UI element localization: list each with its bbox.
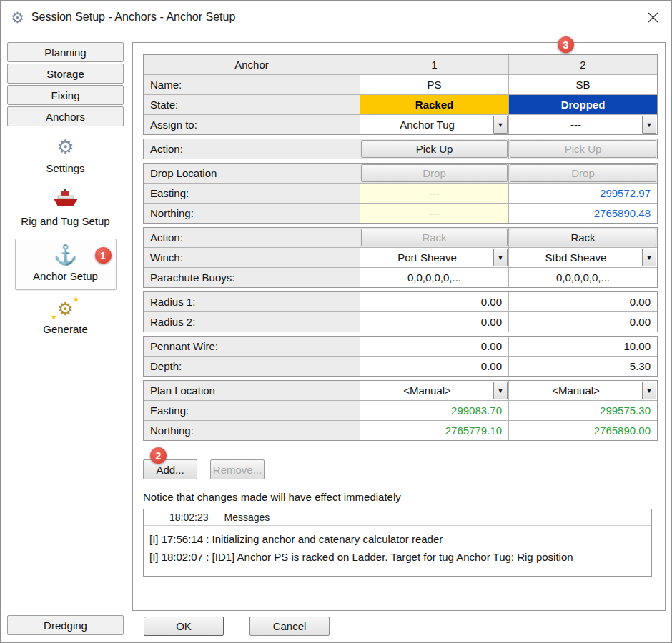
- pickup-cell-2: Pick Up: [509, 139, 657, 159]
- chevron-down-icon[interactable]: ▼: [642, 116, 656, 134]
- log-header-extra: [618, 509, 651, 525]
- row-label-drop-easting: Easting:: [144, 184, 360, 203]
- log-line: [I] 18:02:07 : [ID1] Anchor PS is racked…: [149, 548, 646, 566]
- assign-to-combo-1[interactable]: Anchor Tug ▼: [360, 115, 508, 134]
- drop-cell-1: Drop: [360, 164, 508, 183]
- plan-northing-cell-2[interactable]: 2765890.00: [509, 421, 657, 440]
- table-group-pennant: Pennant Wire: 0.00 10.00 Depth: 0.00 5.3…: [143, 336, 658, 377]
- row-label-parachute-buoys: Parachute Buoys:: [144, 268, 360, 287]
- sidebar-item-fixing[interactable]: Fixing: [7, 85, 124, 105]
- plan-easting-cell-1[interactable]: 299083.70: [360, 401, 508, 420]
- chevron-down-icon[interactable]: ▼: [642, 382, 656, 399]
- sidebar-item-dredging[interactable]: Dredging: [7, 615, 124, 635]
- row-label-name: Name:: [144, 75, 360, 94]
- generate-icon: ⚙★★: [57, 300, 73, 318]
- drop-easting-cell-2: 299572.97: [509, 184, 657, 203]
- radius2-cell-1[interactable]: 0.00: [360, 312, 508, 332]
- log-lines: [I] 17:56:14 : Initializing anchor and c…: [144, 526, 651, 576]
- row-label-assign-to: Assign to:: [144, 115, 360, 134]
- dialog-body: Planning Storage Fixing Anchors ⚙ Settin…: [1, 34, 671, 643]
- rack-cell-2: Rack: [509, 228, 657, 247]
- pennant-cell-2[interactable]: 10.00: [509, 337, 657, 356]
- name-cell-2[interactable]: SB: [509, 75, 657, 94]
- window-title: Session Setup - Anchors - Anchor Setup: [31, 11, 236, 24]
- chevron-down-icon[interactable]: ▼: [493, 116, 508, 134]
- pickup-cell-1: Pick Up: [360, 139, 508, 159]
- message-log-header: 18:02:23 Messages: [144, 509, 651, 526]
- table-group-pickup: Action: Pick Up Pick Up: [143, 139, 658, 159]
- ok-button[interactable]: OK: [144, 617, 224, 636]
- plan-location-value-1: <Manual>: [361, 384, 493, 397]
- close-icon[interactable]: [648, 12, 658, 23]
- row-label-state: State:: [144, 95, 360, 114]
- log-line: [I] 17:56:14 : Initializing anchor and c…: [149, 530, 646, 548]
- annotation-badge-2: 2: [150, 447, 167, 464]
- sidebar-item-generate[interactable]: ⚙★★ Generate: [7, 300, 124, 335]
- row-label-winch: Winch:: [144, 248, 360, 267]
- buoys-cell-2[interactable]: 0,0,0,0,0,...: [509, 268, 657, 287]
- sidebar-item-label: Anchor Setup: [33, 270, 98, 282]
- chevron-down-icon[interactable]: ▼: [493, 382, 508, 399]
- add-button[interactable]: Add...: [143, 459, 197, 479]
- winch-combo-2[interactable]: Stbd Sheave ▼: [509, 248, 657, 267]
- table-group-plan-location: Plan Location <Manual> ▼ <Manual> ▼ East…: [143, 380, 658, 441]
- pennant-cell-1[interactable]: 0.00: [360, 337, 508, 356]
- drop-button-1: Drop: [361, 164, 508, 182]
- state-badge-dropped: Dropped: [509, 95, 657, 114]
- radius1-cell-1[interactable]: 0.00: [360, 292, 508, 311]
- sidebar-item-anchor-setup[interactable]: ⚓ Anchor Setup 1: [15, 239, 117, 290]
- depth-cell-2[interactable]: 5.30: [509, 357, 657, 376]
- assign-to-combo-2[interactable]: --- ▼: [509, 115, 657, 134]
- plan-location-combo-1[interactable]: <Manual> ▼: [360, 381, 508, 400]
- cancel-button[interactable]: Cancel: [249, 617, 330, 636]
- annotation-badge-1: 1: [95, 247, 112, 264]
- gear-icon: ⚙: [56, 138, 74, 157]
- table-group-identity: Anchor 1 2 Name: PS SB State: Racked Dro…: [143, 54, 658, 135]
- sidebar-item-storage[interactable]: Storage: [7, 64, 124, 84]
- sidebar-item-settings[interactable]: ⚙ Settings: [7, 138, 124, 174]
- rack-button-2[interactable]: Rack: [510, 229, 656, 246]
- winch-value-1: Port Sheave: [361, 251, 493, 264]
- plan-location-combo-2[interactable]: <Manual> ▼: [509, 381, 657, 400]
- table-group-drop-location: Drop Location Drop Drop Easting: --- 299…: [143, 163, 658, 224]
- chevron-down-icon[interactable]: ▼: [493, 249, 508, 266]
- row-label-radius-1: Radius 1:: [144, 292, 360, 311]
- drop-northing-cell-1: ---: [360, 204, 508, 223]
- message-log: 18:02:23 Messages [I] 17:56:14 : Initial…: [143, 509, 652, 577]
- table-group-radii: Radius 1: 0.00 0.00 Radius 2: 0.00 0.00: [143, 291, 658, 332]
- sidebar: Planning Storage Fixing Anchors ⚙ Settin…: [1, 34, 128, 643]
- session-setup-dialog: ⚙ Session Setup - Anchors - Anchor Setup…: [0, 0, 672, 643]
- depth-cell-1[interactable]: 0.00: [360, 357, 508, 376]
- radius2-cell-2[interactable]: 0.00: [509, 312, 657, 332]
- radius1-cell-2[interactable]: 0.00: [509, 292, 657, 311]
- assign-to-value-2: ---: [510, 119, 642, 131]
- plan-easting-cell-2[interactable]: 299575.30: [509, 401, 657, 420]
- plan-location-value-2: <Manual>: [510, 384, 642, 397]
- row-label-action-pickup: Action:: [144, 139, 360, 159]
- sidebar-item-rig-and-tug-setup[interactable]: Rig and Tug Setup: [7, 189, 124, 227]
- pickup-button-1[interactable]: Pick Up: [361, 140, 508, 158]
- table-group-rack: Action: Rack Rack Winch: Port Sheave ▼ S…: [143, 227, 658, 288]
- row-label-plan-northing: Northing:: [144, 421, 360, 440]
- drop-northing-cell-2: 2765890.48: [509, 204, 657, 223]
- annotation-badge-3: 3: [558, 36, 574, 53]
- log-time: 18:02:23: [169, 512, 209, 523]
- sidebar-item-planning[interactable]: Planning: [7, 42, 124, 62]
- remove-button: Remove...: [210, 459, 265, 479]
- row-label-drop-northing: Northing:: [144, 204, 360, 223]
- sidebar-item-label: Rig and Tug Setup: [21, 215, 109, 227]
- col-header-2: 2: [509, 55, 657, 74]
- drop-cell-2: Drop: [509, 164, 657, 183]
- sidebar-item-anchors[interactable]: Anchors: [7, 106, 124, 126]
- row-label-radius-2: Radius 2:: [144, 312, 360, 332]
- chevron-down-icon[interactable]: ▼: [642, 249, 656, 266]
- winch-combo-1[interactable]: Port Sheave ▼: [360, 248, 508, 267]
- buoys-cell-1[interactable]: 0,0,0,0,0,...: [360, 268, 508, 287]
- plan-northing-cell-1[interactable]: 2765779.10: [360, 421, 508, 440]
- row-label-pennant-wire: Pennant Wire:: [144, 337, 360, 356]
- assign-to-value-1: Anchor Tug: [361, 119, 493, 131]
- drop-easting-cell-1: ---: [360, 184, 508, 203]
- sidebar-item-label: Settings: [46, 162, 84, 174]
- row-label-plan-easting: Easting:: [144, 401, 360, 420]
- name-cell-1[interactable]: PS: [360, 75, 508, 94]
